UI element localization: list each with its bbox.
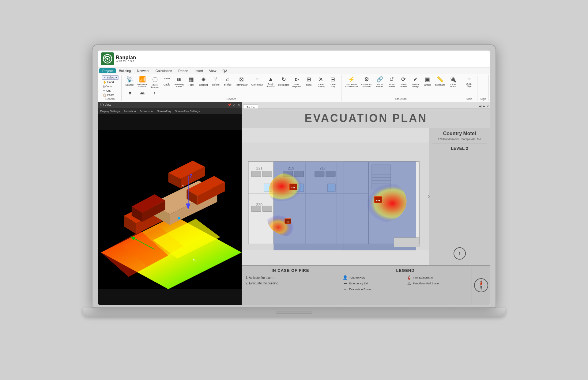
expand-right-arrow[interactable]: › <box>428 192 430 200</box>
misc-button[interactable]: ⊞Misc <box>303 75 315 87</box>
trunk-amplifier-icon: ▲ <box>268 76 273 82</box>
connection-assistant-lite-button[interactable]: ⚡ConnectionAssistant Lite <box>344 75 359 88</box>
select-text: Select <box>107 76 115 79</box>
cable-style-button[interactable]: ≡CableStyle <box>464 75 475 88</box>
logo-text: Ranplan WIRELESS <box>116 55 136 63</box>
cable-tray-icon: ⊟ <box>330 76 335 83</box>
menu-report[interactable]: Report <box>175 68 191 73</box>
hand-button[interactable]: ✋ Hand <box>102 80 119 84</box>
copy-icon: ⎘ <box>103 85 104 88</box>
repeater-button[interactable]: ↻Repeater <box>277 75 290 87</box>
touchpad[interactable] <box>276 311 312 314</box>
cut-label: Cut <box>106 89 111 92</box>
animation-button[interactable]: Animation <box>123 109 137 113</box>
fire-step-1: 1. Activate fire alarm. <box>246 275 335 281</box>
connection-assistant-icon: ⚙ <box>364 76 369 83</box>
riser-button[interactable]: ↕Riser <box>149 90 160 94</box>
evac-footer: IN CASE OF FIRE 1. Activate fire alarm. … <box>242 265 490 305</box>
bridge-button[interactable]: ⌂Bridge <box>222 75 233 87</box>
svg-marker-80 <box>480 285 482 291</box>
floor-plan-svg: 221 219 217 220 <box>242 128 429 265</box>
tab-b1f1[interactable]: B1_F1 <box>243 104 258 108</box>
cut-icon: ✂ <box>103 89 105 92</box>
evacuation-plan: EVACUATION PLAN <box>242 109 490 305</box>
dropdown-icon: ▾ <box>115 76 117 79</box>
source-icon: 📡 <box>126 76 133 83</box>
fire-step-2: 2. Evacuate the building. <box>246 281 335 286</box>
ribbon-group-structural: ⚡ConnectionAssistant Lite ⚙ConnectionAss… <box>341 75 461 101</box>
menu-calculation[interactable]: Calculation <box>153 68 175 73</box>
validate-design-button[interactable]: ✔ValidateDesign <box>410 75 421 88</box>
group-button[interactable]: ▣Group <box>422 75 433 87</box>
brand-name: Ranplan <box>116 55 136 60</box>
measure-button[interactable]: 📏Measure <box>434 75 447 87</box>
paste-button[interactable]: 📋 Paste <box>102 93 119 97</box>
terminator-button[interactable]: ⊠Terminator <box>234 75 249 87</box>
evac-tab-row: B1_F1 ◀ ▶ ✕ <box>242 102 490 109</box>
cable-tray-button[interactable]: ⊟CableTray <box>327 75 338 88</box>
svg-text:Y: Y <box>182 184 184 188</box>
copy-label: Copy <box>105 85 112 88</box>
panel-3d-close-icon[interactable]: ✕ <box>237 103 240 107</box>
panel-3d-pin-icon[interactable]: 📌 <box>228 103 231 107</box>
cable-attach-icon: 🔌 <box>450 76 456 83</box>
evac-title-text: EVACUATION PLAN <box>248 112 484 125</box>
connection-assistant-button[interactable]: ⚙ConnectionAssistant <box>360 75 373 88</box>
ribbon-group-general: ↖ IN CASE OF FIRE Select ▾ ✋ Hand <box>99 75 122 101</box>
svg-text:221: 221 <box>256 166 263 170</box>
measure-icon: 📏 <box>437 76 443 83</box>
ribbon: ↖ IN CASE OF FIRE Select ▾ ✋ Hand <box>98 74 490 102</box>
menu-qa[interactable]: QA <box>219 68 230 73</box>
fire-section: IN CASE OF FIRE 1. Activate fire alarm. … <box>242 266 339 305</box>
elevator-icon: ⬆ <box>128 90 132 94</box>
select-button[interactable]: ↖ IN CASE OF FIRE Select ▾ <box>102 75 119 80</box>
menu-building[interactable]: Building <box>116 68 134 73</box>
filter-button[interactable]: ▦Filter <box>186 75 197 87</box>
attenuator-icon: ≡ <box>255 76 259 82</box>
tab-control-left[interactable]: ◀ <box>479 104 481 108</box>
panel-3d-toolbar: Display Settings Animation Screenshot Sc… <box>98 108 242 114</box>
radiating-cable-button[interactable]: ≋RadiatingCable <box>173 75 185 88</box>
menu-project[interactable]: Project <box>99 68 116 73</box>
menu-insert[interactable]: Insert <box>191 68 206 73</box>
match-rotate-button[interactable]: ⟳MatchRotate <box>398 75 409 88</box>
trunk-amplifier-button[interactable]: ▲TrunkAmplifier <box>265 75 276 88</box>
menu-network[interactable]: Network <box>134 68 152 73</box>
cable-attach-button[interactable]: 🔌CableAttach <box>447 75 458 88</box>
ranplan-logo-icon <box>101 52 114 65</box>
riser-icon: ↕ <box>153 90 156 94</box>
cut-button[interactable]: ✂ Cut <box>102 89 119 93</box>
site-button[interactable]: ◉Site <box>137 90 148 94</box>
panel-3d-expand-icon[interactable]: ⤢ <box>233 103 236 107</box>
source-button[interactable]: 📡Source <box>124 75 135 87</box>
display-settings-button[interactable]: Display Settings <box>99 109 121 113</box>
fiber-repeater-button[interactable]: ⊳FiberRepeater <box>291 75 303 88</box>
svg-rect-47 <box>251 171 261 177</box>
panels-row: 3D View 📌 ⤢ ✕ Display Settings <box>98 102 490 305</box>
attenuator-button[interactable]: ≡Attenuator <box>250 75 264 87</box>
splitter-button[interactable]: ⑂Splitter <box>210 75 221 87</box>
devices-group-label: Devices <box>226 97 236 101</box>
ant-to-feeder-button[interactable]: 🔗Ant toFeeder <box>374 75 385 88</box>
menu-view[interactable]: View <box>206 68 220 73</box>
screenshot-button[interactable]: Screenshot <box>139 109 155 113</box>
coupler-button[interactable]: ⊕Coupler <box>198 75 209 87</box>
smart-rotate-button[interactable]: ↺SmartRotate <box>386 75 397 88</box>
screenplay-button[interactable]: ScreenPlay <box>156 109 172 113</box>
tab-control-right[interactable]: ▶ <box>483 104 485 108</box>
copy-button[interactable]: ⎘ Copy <box>102 85 119 88</box>
tab-close[interactable]: ✕ <box>486 104 489 108</box>
cable-crossing-button[interactable]: ✕CableCrossing <box>315 75 326 88</box>
laptop: Ranplan WIRELESS Project Building Networ… <box>80 44 508 336</box>
splitter-icon: ⑂ <box>214 76 217 82</box>
omni-antenna-button[interactable]: 〇OmniAntenna <box>149 75 160 89</box>
screenplay-settings-button[interactable]: ScreenPlay Settings <box>174 109 201 113</box>
cable-icon: 〰 <box>164 76 170 82</box>
directional-antenna-button[interactable]: 📶DirectionalAntenna <box>136 75 149 88</box>
paste-icon: 📋 <box>103 93 106 97</box>
fire-extinguisher-icon: 🧯 <box>407 275 412 280</box>
ribbon-group-devices: 📡Source 📶DirectionalAntenna 〇OmniAntenna… <box>122 75 341 101</box>
cable-button[interactable]: 〰Cable <box>161 75 172 87</box>
emergency-exit-label: Emergency Exit <box>349 282 368 285</box>
elevator-button[interactable]: ⬆Elevator <box>124 90 136 94</box>
